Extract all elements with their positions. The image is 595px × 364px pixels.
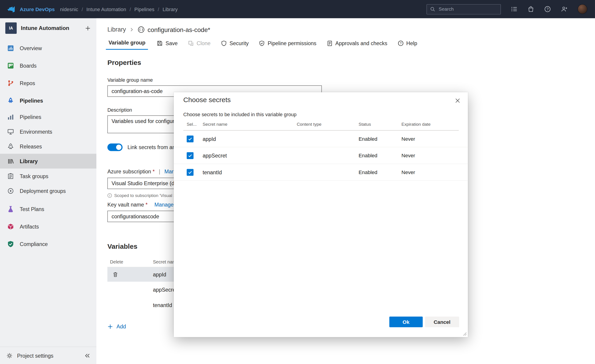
sidebar-item-pipelines[interactable]: Pipelines xyxy=(0,92,96,109)
sidebar-item-artifacts[interactable]: Artifacts xyxy=(0,218,96,235)
search-input[interactable] xyxy=(438,6,497,12)
subscription-value: Visual Studio Enterprise (d7 xyxy=(112,180,177,186)
sidebar-item-releases[interactable]: Releases xyxy=(0,139,96,154)
save-button[interactable]: Save xyxy=(157,40,178,50)
secret-row[interactable]: appSecret Enabled Never xyxy=(174,147,468,164)
resize-handle[interactable] xyxy=(462,332,467,336)
sidebar-item-repos[interactable]: Repos xyxy=(0,74,96,92)
marketplace-bag-icon[interactable] xyxy=(527,6,534,13)
save-icon xyxy=(157,40,163,46)
keyvault-label: Key vault name xyxy=(107,201,144,208)
sidebar-item-label: Overview xyxy=(20,45,42,51)
sidebar-item-label: Environments xyxy=(20,128,52,135)
clone-label: Clone xyxy=(197,40,211,46)
secret-expiration: Never xyxy=(402,169,415,175)
sidebar: IA Intune Automation Overview Boards Rep… xyxy=(0,18,96,364)
link-secrets-label: Link secrets from an xyxy=(128,144,175,150)
tab-variable-group[interactable]: Variable group xyxy=(107,39,147,50)
svg-text:?: ? xyxy=(400,42,402,45)
clone-icon xyxy=(188,40,194,46)
topbar-breadcrumb: nidesnic / Intune Automation / Pipelines… xyxy=(60,6,178,12)
breadcrumb-separator: / xyxy=(158,6,159,12)
dialog-title: Choose secrets xyxy=(183,96,231,104)
work-items-list-icon[interactable] xyxy=(511,6,518,13)
sidebar-item-compliance[interactable]: Compliance xyxy=(0,235,96,253)
sidebar-item-pipelines-sub[interactable]: Pipelines xyxy=(0,109,96,124)
sidebar-item-label: Boards xyxy=(20,63,36,69)
sidebar-item-task-groups[interactable]: Task groups xyxy=(0,169,96,183)
manage-subscription-link[interactable]: Mar xyxy=(164,169,174,175)
user-avatar[interactable] xyxy=(578,4,587,14)
breadcrumb-org[interactable]: nidesnic xyxy=(60,6,78,12)
sidebar-item-label: Deployment groups xyxy=(20,188,66,194)
sidebar-item-test-plans[interactable]: Test Plans xyxy=(0,200,96,218)
project-header[interactable]: IA Intune Automation xyxy=(0,18,96,38)
secret-status: Enabled xyxy=(359,152,377,158)
azure-devops-app: Azure DevOps nidesnic / Intune Automatio… xyxy=(0,0,595,364)
clone-button[interactable]: Clone xyxy=(188,40,211,50)
secret-row[interactable]: appId Enabled Never xyxy=(174,130,468,147)
keyvault-value: configurationascode xyxy=(112,213,159,220)
choose-secrets-dialog: Choose secrets Choose secrets to be incl… xyxy=(174,92,468,337)
plus-icon xyxy=(107,324,113,329)
select-column-header: Sel... xyxy=(187,122,197,126)
help-icon[interactable]: ? xyxy=(544,6,551,13)
close-icon[interactable] xyxy=(453,96,462,105)
ok-button[interactable]: Ok xyxy=(389,317,423,327)
secret-checkbox-checked[interactable] xyxy=(187,169,193,176)
sidebar-item-deployment-groups[interactable]: Deployment groups xyxy=(0,183,96,198)
project-settings-label: Project settings xyxy=(17,352,53,358)
dialog-buttons: Ok Cancel xyxy=(389,317,459,327)
library-icon xyxy=(7,157,14,165)
secret-checkbox-checked[interactable] xyxy=(187,152,193,159)
breadcrumb-library[interactable]: Library xyxy=(107,26,126,33)
link-secrets-toggle[interactable] xyxy=(107,143,122,151)
required-marker: * xyxy=(153,169,155,175)
pipeline-permissions-button[interactable]: Pipeline permissions xyxy=(259,40,316,50)
content-type-column-header: Content type xyxy=(297,122,321,126)
approvals-checks-button[interactable]: Approvals and checks xyxy=(327,40,387,50)
sidebar-item-label: Repos xyxy=(20,80,35,86)
sidebar-item-environments[interactable]: Environments xyxy=(0,124,96,139)
secret-row[interactable]: tenantId Enabled Never xyxy=(174,164,468,181)
project-settings[interactable]: Project settings xyxy=(0,347,96,364)
collapse-sidebar-icon[interactable] xyxy=(84,352,90,359)
sidebar-item-label: Test Plans xyxy=(20,206,44,212)
sidebar-item-label: Pipelines xyxy=(20,98,43,104)
page-breadcrumb: Library configuration-as-code* xyxy=(96,18,595,33)
breadcrumb-section[interactable]: Pipelines xyxy=(134,6,154,12)
delete-trash-icon[interactable] xyxy=(112,271,118,278)
help-button[interactable]: ? Help xyxy=(398,40,417,50)
sidebar-item-label: Library xyxy=(20,158,38,164)
azure-devops-logo-icon[interactable] xyxy=(6,4,16,14)
pipeline-permissions-label: Pipeline permissions xyxy=(268,40,316,46)
add-project-icon[interactable] xyxy=(85,25,91,31)
breadcrumb-separator: / xyxy=(82,6,83,12)
secret-name: tenantId xyxy=(203,169,222,175)
breadcrumb-page[interactable]: Library xyxy=(163,6,178,12)
secret-status: Enabled xyxy=(359,136,377,142)
top-bar: Azure DevOps nidesnic / Intune Automatio… xyxy=(0,0,595,18)
sidebar-item-overview[interactable]: Overview xyxy=(0,39,96,57)
gear-icon xyxy=(6,352,13,359)
topbar-actions: ? xyxy=(426,4,595,14)
search-box[interactable] xyxy=(426,4,501,14)
security-button[interactable]: Security xyxy=(221,40,249,50)
secret-name: appId xyxy=(203,136,216,142)
secret-checkbox-checked[interactable] xyxy=(187,136,193,142)
brand-label[interactable]: Azure DevOps xyxy=(20,6,55,12)
page-title: configuration-as-code* xyxy=(148,26,210,33)
sidebar-item-boards[interactable]: Boards xyxy=(0,57,96,74)
user-settings-icon[interactable] xyxy=(561,6,567,13)
subscription-note: Scoped to subscription 'Visual Stu xyxy=(114,193,180,198)
secrets-table: appId Enabled Never appSecret Enabled Ne… xyxy=(174,130,468,181)
sidebar-item-library[interactable]: Library xyxy=(0,154,96,168)
cancel-button[interactable]: Cancel xyxy=(425,317,459,327)
delete-column-header: Delete xyxy=(110,259,123,264)
pipeline-runs-icon xyxy=(7,113,14,121)
manage-keyvault-link[interactable]: Manage xyxy=(155,201,174,208)
releases-icon xyxy=(7,143,14,150)
breadcrumb-project[interactable]: Intune Automation xyxy=(86,6,126,12)
toggle-knob xyxy=(116,144,121,150)
expiration-date-column-header: Expiration date xyxy=(402,122,431,126)
